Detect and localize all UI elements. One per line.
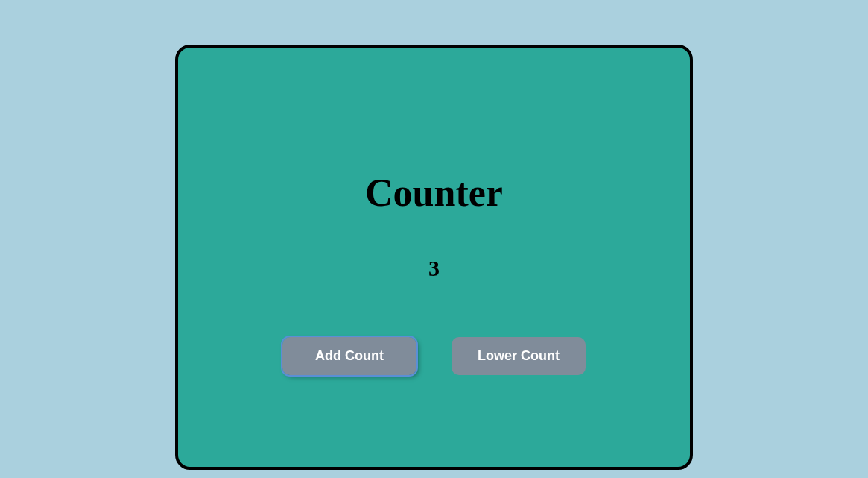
lower-count-button[interactable]: Lower Count	[452, 337, 586, 375]
add-count-button[interactable]: Add Count	[282, 337, 416, 375]
button-row: Add Count Lower Count	[282, 337, 586, 375]
counter-card: Counter 3 Add Count Lower Count	[175, 45, 693, 470]
counter-value: 3	[428, 256, 440, 281]
counter-title: Counter	[365, 171, 503, 215]
